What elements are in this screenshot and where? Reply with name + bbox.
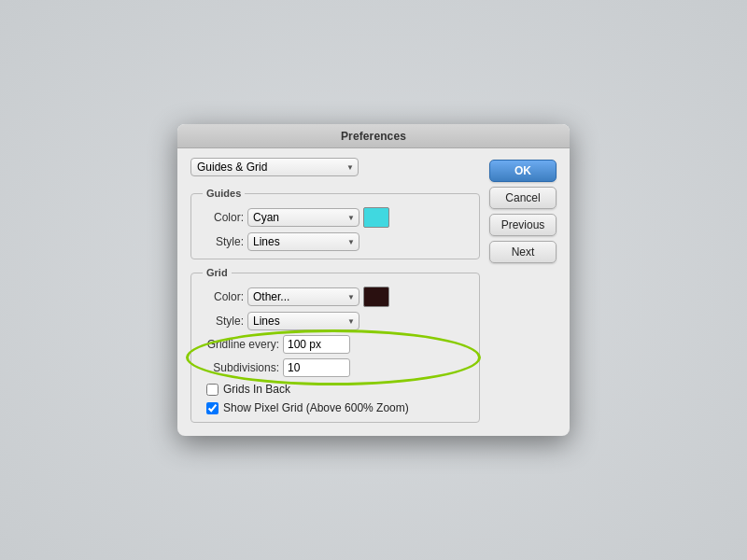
- dialog-buttons: OK Cancel Previous Next: [489, 158, 557, 423]
- section-select-wrapper: Guides & Grid: [190, 158, 359, 176]
- guides-style-select-wrapper: Lines: [247, 232, 359, 251]
- ok-button[interactable]: OK: [489, 160, 557, 182]
- grid-style-select-wrapper: Lines: [247, 312, 359, 330]
- guides-color-select-wrapper: Cyan: [247, 208, 359, 227]
- grids-in-back-label: Grids In Back: [223, 383, 290, 396]
- grid-style-row: Style: Lines: [199, 312, 472, 330]
- guides-color-label: Color:: [199, 211, 244, 224]
- grid-style-select[interactable]: Lines: [247, 312, 359, 330]
- previous-button[interactable]: Previous: [489, 214, 557, 236]
- show-pixel-grid-row: Show Pixel Grid (Above 600% Zoom): [206, 401, 472, 414]
- guides-style-label: Style:: [199, 235, 244, 248]
- gridline-every-row: Gridline every:: [199, 335, 472, 354]
- section-select[interactable]: Guides & Grid: [190, 158, 359, 176]
- next-button[interactable]: Next: [489, 241, 557, 263]
- guides-color-row: Color: Cyan: [199, 207, 472, 228]
- guides-legend: Guides: [203, 188, 245, 199]
- grid-fieldset: Grid Color: Other... Style: Lines: [190, 267, 480, 423]
- grid-color-select-wrapper: Other...: [247, 287, 359, 306]
- grid-color-row: Color: Other...: [199, 287, 472, 307]
- guides-color-select[interactable]: Cyan: [247, 208, 359, 227]
- dialog-body: Guides & Grid Guides Color: Cyan: [177, 148, 570, 436]
- section-dropdown-row: Guides & Grid: [190, 158, 480, 176]
- grid-color-swatch[interactable]: [363, 287, 389, 307]
- grid-color-label: Color:: [199, 290, 244, 303]
- cancel-button[interactable]: Cancel: [489, 187, 557, 209]
- grids-in-back-checkbox[interactable]: [206, 384, 218, 396]
- guides-fieldset: Guides Color: Cyan Style: Lines: [190, 188, 480, 259]
- dialog-title: Preferences: [177, 124, 570, 148]
- show-pixel-grid-checkbox[interactable]: [206, 402, 218, 414]
- subdivisions-input[interactable]: [283, 358, 350, 377]
- guides-color-swatch[interactable]: [363, 207, 389, 228]
- grid-style-label: Style:: [199, 315, 244, 328]
- show-pixel-grid-label: Show Pixel Grid (Above 600% Zoom): [223, 401, 409, 414]
- guides-style-select[interactable]: Lines: [247, 232, 359, 251]
- preferences-dialog: Preferences Guides & Grid Guides Color:: [177, 124, 570, 436]
- grids-in-back-row: Grids In Back: [206, 383, 472, 396]
- gridline-every-input[interactable]: [283, 335, 350, 354]
- grid-color-select[interactable]: Other...: [247, 287, 359, 306]
- subdivisions-row: Subdivisions:: [199, 358, 472, 377]
- subdivisions-label: Subdivisions:: [199, 361, 279, 374]
- dialog-main: Guides & Grid Guides Color: Cyan: [190, 158, 480, 423]
- gridline-every-label: Gridline every:: [199, 338, 279, 351]
- gridline-fields: Gridline every: Subdivisions:: [199, 335, 472, 377]
- grid-legend: Grid: [203, 267, 232, 278]
- guides-style-row: Style: Lines: [199, 232, 472, 251]
